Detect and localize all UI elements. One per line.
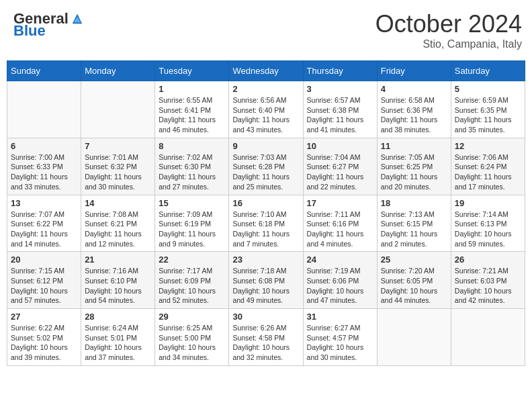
day-number: 7 bbox=[85, 141, 151, 151]
calendar-cell: 19Sunrise: 7:14 AMSunset: 6:13 PMDayligh… bbox=[451, 195, 525, 252]
calendar-header-row: SundayMondayTuesdayWednesdayThursdayFrid… bbox=[7, 61, 525, 81]
day-info: Sunrise: 7:10 AMSunset: 6:18 PMDaylight:… bbox=[232, 210, 299, 249]
day-number: 24 bbox=[307, 255, 373, 265]
day-number: 17 bbox=[307, 198, 373, 208]
day-info: Sunrise: 7:05 AMSunset: 6:25 PMDaylight:… bbox=[381, 152, 447, 192]
calendar-header-thursday: Thursday bbox=[303, 61, 377, 81]
calendar-cell: 30Sunrise: 6:26 AMSunset: 4:58 PMDayligh… bbox=[229, 309, 303, 366]
day-info: Sunrise: 7:20 AMSunset: 6:05 PMDaylight:… bbox=[381, 266, 447, 306]
logo: General Blue bbox=[13, 10, 83, 40]
calendar-cell: 31Sunrise: 6:27 AMSunset: 4:57 PMDayligh… bbox=[303, 309, 377, 366]
calendar-cell bbox=[377, 309, 451, 366]
day-number: 22 bbox=[159, 255, 225, 265]
day-number: 2 bbox=[232, 84, 299, 94]
calendar-cell: 16Sunrise: 7:10 AMSunset: 6:18 PMDayligh… bbox=[229, 195, 303, 252]
calendar-cell: 25Sunrise: 7:20 AMSunset: 6:05 PMDayligh… bbox=[377, 252, 451, 309]
day-info: Sunrise: 6:59 AMSunset: 6:35 PMDaylight:… bbox=[455, 95, 521, 135]
day-info: Sunrise: 7:09 AMSunset: 6:19 PMDaylight:… bbox=[159, 210, 225, 249]
calendar-cell bbox=[81, 81, 155, 138]
calendar-cell: 14Sunrise: 7:08 AMSunset: 6:21 PMDayligh… bbox=[81, 195, 155, 252]
day-info: Sunrise: 7:02 AMSunset: 6:30 PMDaylight:… bbox=[159, 152, 225, 192]
calendar-cell: 26Sunrise: 7:21 AMSunset: 6:03 PMDayligh… bbox=[451, 252, 525, 309]
day-number: 1 bbox=[159, 84, 225, 94]
day-number: 30 bbox=[232, 312, 299, 322]
calendar-header-wednesday: Wednesday bbox=[229, 61, 303, 81]
logo-blue-text: Blue bbox=[13, 22, 46, 40]
day-info: Sunrise: 6:58 AMSunset: 6:36 PMDaylight:… bbox=[381, 95, 447, 135]
calendar-header-saturday: Saturday bbox=[451, 61, 525, 81]
calendar-week-1: 1Sunrise: 6:55 AMSunset: 6:41 PMDaylight… bbox=[7, 81, 525, 138]
day-number: 12 bbox=[455, 141, 521, 151]
day-info: Sunrise: 7:13 AMSunset: 6:15 PMDaylight:… bbox=[381, 210, 447, 249]
day-info: Sunrise: 7:07 AMSunset: 6:22 PMDaylight:… bbox=[11, 210, 77, 249]
calendar-cell: 18Sunrise: 7:13 AMSunset: 6:15 PMDayligh… bbox=[377, 195, 451, 252]
day-info: Sunrise: 6:25 AMSunset: 5:00 PMDaylight:… bbox=[159, 323, 225, 363]
calendar-cell: 1Sunrise: 6:55 AMSunset: 6:41 PMDaylight… bbox=[155, 81, 229, 138]
calendar-cell: 7Sunrise: 7:01 AMSunset: 6:32 PMDaylight… bbox=[81, 138, 155, 195]
day-number: 3 bbox=[307, 84, 373, 94]
calendar-cell bbox=[7, 81, 81, 138]
day-number: 28 bbox=[85, 312, 151, 322]
day-info: Sunrise: 7:21 AMSunset: 6:03 PMDaylight:… bbox=[455, 266, 521, 306]
calendar-table: SundayMondayTuesdayWednesdayThursdayFrid… bbox=[7, 60, 525, 366]
calendar-cell: 9Sunrise: 7:03 AMSunset: 6:28 PMDaylight… bbox=[229, 138, 303, 195]
calendar-cell: 27Sunrise: 6:22 AMSunset: 5:02 PMDayligh… bbox=[7, 309, 81, 366]
title-section: October 2024 Stio, Campania, Italy bbox=[375, 10, 522, 50]
calendar-cell: 17Sunrise: 7:11 AMSunset: 6:16 PMDayligh… bbox=[303, 195, 377, 252]
calendar-cell bbox=[451, 309, 525, 366]
day-number: 19 bbox=[455, 198, 521, 208]
day-info: Sunrise: 7:19 AMSunset: 6:06 PMDaylight:… bbox=[307, 266, 373, 306]
calendar-cell: 6Sunrise: 7:00 AMSunset: 6:33 PMDaylight… bbox=[7, 138, 81, 195]
calendar-cell: 4Sunrise: 6:58 AMSunset: 6:36 PMDaylight… bbox=[377, 81, 451, 138]
day-info: Sunrise: 6:24 AMSunset: 5:01 PMDaylight:… bbox=[85, 323, 151, 363]
calendar-header-sunday: Sunday bbox=[7, 61, 81, 81]
day-number: 4 bbox=[381, 84, 447, 94]
calendar-cell: 29Sunrise: 6:25 AMSunset: 5:00 PMDayligh… bbox=[155, 309, 229, 366]
day-number: 18 bbox=[381, 198, 447, 208]
day-number: 15 bbox=[159, 198, 225, 208]
day-number: 20 bbox=[11, 255, 77, 265]
calendar-cell: 10Sunrise: 7:04 AMSunset: 6:27 PMDayligh… bbox=[303, 138, 377, 195]
day-number: 9 bbox=[232, 141, 299, 151]
day-number: 13 bbox=[11, 198, 77, 208]
day-info: Sunrise: 6:57 AMSunset: 6:38 PMDaylight:… bbox=[307, 95, 373, 135]
location-subtitle: Stio, Campania, Italy bbox=[375, 38, 522, 50]
day-number: 16 bbox=[232, 198, 299, 208]
day-number: 26 bbox=[455, 255, 521, 265]
day-info: Sunrise: 7:04 AMSunset: 6:27 PMDaylight:… bbox=[307, 152, 373, 192]
calendar-cell: 21Sunrise: 7:16 AMSunset: 6:10 PMDayligh… bbox=[81, 252, 155, 309]
day-number: 10 bbox=[307, 141, 373, 151]
day-info: Sunrise: 7:14 AMSunset: 6:13 PMDaylight:… bbox=[455, 210, 521, 249]
day-info: Sunrise: 6:27 AMSunset: 4:57 PMDaylight:… bbox=[307, 323, 373, 363]
calendar-cell: 28Sunrise: 6:24 AMSunset: 5:01 PMDayligh… bbox=[81, 309, 155, 366]
day-number: 14 bbox=[85, 198, 151, 208]
calendar-week-5: 27Sunrise: 6:22 AMSunset: 5:02 PMDayligh… bbox=[7, 309, 525, 366]
day-info: Sunrise: 7:06 AMSunset: 6:24 PMDaylight:… bbox=[455, 152, 521, 192]
calendar-cell: 11Sunrise: 7:05 AMSunset: 6:25 PMDayligh… bbox=[377, 138, 451, 195]
day-number: 25 bbox=[381, 255, 447, 265]
calendar-week-4: 20Sunrise: 7:15 AMSunset: 6:12 PMDayligh… bbox=[7, 252, 525, 309]
calendar-cell: 3Sunrise: 6:57 AMSunset: 6:38 PMDaylight… bbox=[303, 81, 377, 138]
day-info: Sunrise: 7:03 AMSunset: 6:28 PMDaylight:… bbox=[232, 152, 299, 192]
day-number: 31 bbox=[307, 312, 373, 322]
day-info: Sunrise: 7:11 AMSunset: 6:16 PMDaylight:… bbox=[307, 210, 373, 249]
day-number: 23 bbox=[232, 255, 299, 265]
calendar-header-tuesday: Tuesday bbox=[155, 61, 229, 81]
day-info: Sunrise: 7:16 AMSunset: 6:10 PMDaylight:… bbox=[85, 266, 151, 306]
calendar-cell: 24Sunrise: 7:19 AMSunset: 6:06 PMDayligh… bbox=[303, 252, 377, 309]
day-info: Sunrise: 6:22 AMSunset: 5:02 PMDaylight:… bbox=[11, 323, 77, 363]
month-year-title: October 2024 bbox=[375, 10, 522, 38]
calendar-cell: 20Sunrise: 7:15 AMSunset: 6:12 PMDayligh… bbox=[7, 252, 81, 309]
calendar-cell: 23Sunrise: 7:18 AMSunset: 6:08 PMDayligh… bbox=[229, 252, 303, 309]
calendar-cell: 5Sunrise: 6:59 AMSunset: 6:35 PMDaylight… bbox=[451, 81, 525, 138]
day-info: Sunrise: 6:26 AMSunset: 4:58 PMDaylight:… bbox=[232, 323, 299, 363]
day-info: Sunrise: 7:17 AMSunset: 6:09 PMDaylight:… bbox=[159, 266, 225, 306]
day-info: Sunrise: 7:15 AMSunset: 6:12 PMDaylight:… bbox=[11, 266, 77, 306]
calendar-header-monday: Monday bbox=[81, 61, 155, 81]
day-info: Sunrise: 7:18 AMSunset: 6:08 PMDaylight:… bbox=[232, 266, 299, 306]
day-number: 29 bbox=[159, 312, 225, 322]
calendar-week-2: 6Sunrise: 7:00 AMSunset: 6:33 PMDaylight… bbox=[7, 138, 525, 195]
day-number: 11 bbox=[381, 141, 447, 151]
day-info: Sunrise: 6:56 AMSunset: 6:40 PMDaylight:… bbox=[232, 95, 299, 135]
calendar-header-friday: Friday bbox=[377, 61, 451, 81]
